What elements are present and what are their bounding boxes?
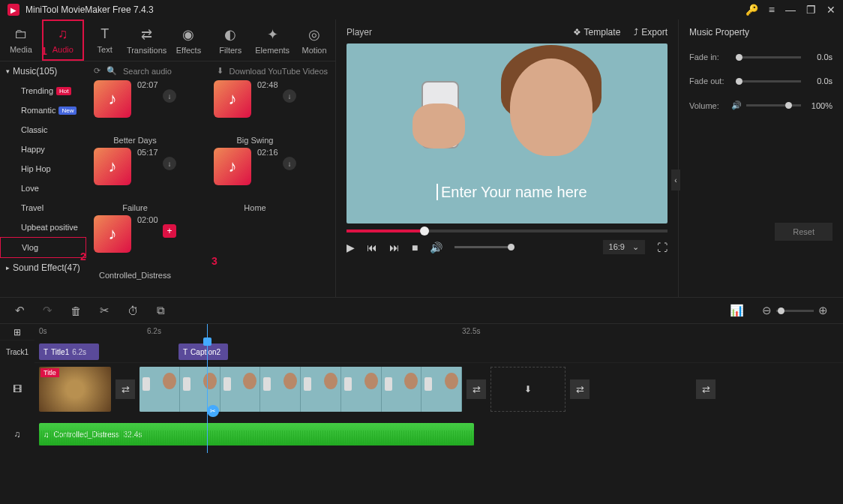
volume-prop-slider[interactable] — [746, 104, 801, 106]
delete-button[interactable]: 🗑 — [70, 304, 82, 317]
volume-icon[interactable]: 🔊 — [430, 242, 442, 254]
text-track[interactable]: TTitle16.2s TCaption2 — [34, 340, 843, 363]
sidebar-sound-header[interactable]: ▸Sound Effect(47) — [0, 258, 86, 278]
clip-placeholder[interactable]: ⬇ — [490, 367, 566, 412]
collapse-button[interactable]: ‹ — [671, 170, 680, 190]
chevron-down-icon: ⌄ — [632, 242, 639, 252]
sidebar-item-classic[interactable]: Classic — [0, 120, 86, 140]
audio-card[interactable]: ♪02:00+ Controlled_Distress — [94, 215, 176, 280]
export-button[interactable]: ⤴Export — [634, 27, 668, 38]
timeline-ruler[interactable]: 0s 6.2s 32.5s — [34, 324, 843, 340]
tab-motion[interactable]: ◎Motion — [293, 20, 335, 61]
video-track[interactable]: Title ⇄ ⇄ ⬇ ⇄ ⇄ ✂ — [34, 363, 843, 416]
speaker-icon[interactable]: 🔊 — [731, 100, 742, 110]
refresh-icon[interactable]: ⟳ — [94, 66, 100, 76]
fade-out-label: Fade out: — [689, 76, 731, 86]
tab-transitions[interactable]: ⇄Transitions — [126, 20, 168, 61]
crop-button[interactable]: ⧉ — [157, 304, 165, 317]
tab-effects[interactable]: ◉Effects — [168, 20, 210, 61]
zoom-out-button[interactable]: ⊖ — [762, 304, 772, 317]
zoom-in-button[interactable]: ⊕ — [818, 304, 828, 317]
audio-track[interactable]: ♫Controlled_Distress32.4s — [34, 416, 843, 453]
title-video-clip[interactable]: Title — [39, 367, 111, 412]
volume-slider[interactable] — [454, 246, 514, 248]
music-thumb-icon: ♪ — [94, 148, 131, 185]
fullscreen-button[interactable]: ⛶ — [657, 242, 668, 254]
key-icon[interactable]: 🔑 — [746, 4, 758, 16]
tab-media[interactable]: 🗀Media — [0, 20, 42, 61]
main-video-clip[interactable] — [140, 367, 462, 412]
prev-button[interactable]: ⏮ — [367, 242, 377, 254]
video-track-icon: 🎞 — [0, 363, 34, 416]
download-button[interactable]: ↓ — [283, 157, 296, 170]
audio-card[interactable]: ♪05:17↓ Failure — [94, 148, 176, 212]
search-icon: 🔍 — [106, 66, 117, 76]
music-thumb-icon: ♪ — [94, 80, 131, 118]
tab-text[interactable]: TText — [84, 20, 126, 61]
filters-icon: ◐ — [224, 26, 236, 43]
transition-slot[interactable]: ⇄ — [570, 380, 590, 399]
download-icon: ⬇ — [217, 66, 224, 76]
zoom-slider[interactable] — [776, 310, 814, 312]
minimize-button[interactable]: — — [785, 4, 796, 16]
download-button[interactable]: ↓ — [283, 89, 296, 103]
cut-button[interactable]: ✂ — [100, 304, 110, 317]
maximize-button[interactable]: ❐ — [806, 4, 816, 16]
sidebar-item-vlog[interactable]: Vlog — [0, 237, 86, 258]
fade-out-slider[interactable] — [736, 80, 801, 82]
tab-elements[interactable]: ✦Elements — [251, 20, 293, 61]
reset-button[interactable]: Reset — [775, 223, 832, 241]
transition-slot[interactable]: ⇄ — [116, 380, 135, 399]
audio-toggle-icon[interactable]: 📊 — [730, 304, 744, 317]
sidebar-item-romantic[interactable]: RomanticNew — [0, 100, 86, 120]
titlebar: ▶ MiniTool MovieMaker Free 7.4.3 🔑 ≡ — ❐… — [0, 0, 843, 20]
add-track-button[interactable]: ⊞ — [0, 324, 34, 340]
motion-icon: ◎ — [308, 26, 320, 43]
close-button[interactable]: ✕ — [826, 4, 836, 16]
download-button[interactable]: ↓ — [163, 157, 176, 170]
download-button[interactable]: ↓ — [163, 89, 176, 103]
music-thumb-icon: ♪ — [214, 80, 251, 118]
sidebar-item-upbeat[interactable]: Upbeat positive — [0, 218, 86, 237]
playhead[interactable] — [207, 324, 208, 453]
sidebar-music-header[interactable]: ▾Music(105) — [0, 62, 86, 81]
add-button[interactable]: + — [163, 224, 176, 238]
music-thumb-icon: ♪ — [214, 148, 251, 185]
menu-icon[interactable]: ≡ — [769, 4, 775, 16]
play-button[interactable]: ▶ — [346, 242, 355, 254]
transitions-icon: ⇄ — [141, 26, 152, 43]
aspect-ratio-select[interactable]: 16:9⌄ — [603, 240, 645, 254]
music-icon: ♫ — [58, 26, 68, 42]
transition-slot[interactable]: ⇄ — [466, 380, 486, 399]
caption-clip[interactable]: TCaption2 — [178, 344, 228, 360]
tab-filters[interactable]: ◐Filters — [209, 20, 251, 61]
template-button[interactable]: ❖Template — [573, 27, 621, 38]
progress-bar[interactable] — [346, 230, 668, 232]
fade-in-label: Fade in: — [689, 52, 731, 62]
speed-button[interactable]: ⏱ — [128, 304, 139, 317]
video-preview[interactable]: Enter Your name here — [346, 44, 668, 224]
audio-clip[interactable]: ♫Controlled_Distress32.4s — [39, 423, 474, 446]
badge-hot: Hot — [56, 87, 71, 95]
sidebar-item-happy[interactable]: Happy — [0, 140, 86, 159]
sidebar-item-travel[interactable]: Travel — [0, 198, 86, 218]
next-button[interactable]: ⏭ — [389, 242, 400, 254]
audio-track-icon: ♫ — [0, 416, 34, 453]
search-input[interactable]: Search audio — [123, 67, 211, 76]
stop-button[interactable]: ■ — [412, 242, 418, 254]
transition-slot[interactable]: ⇄ — [696, 380, 716, 399]
fade-in-slider[interactable] — [736, 56, 801, 58]
redo-button[interactable]: ↷ — [43, 304, 52, 317]
sidebar-item-hiphop[interactable]: Hip Hop — [0, 159, 86, 178]
cut-marker[interactable]: ✂ — [207, 405, 219, 417]
title-clip[interactable]: TTitle16.2s — [39, 344, 99, 360]
audio-card[interactable]: ♪02:07↓ Better Days — [94, 80, 176, 145]
sidebar-item-love[interactable]: Love — [0, 178, 86, 198]
undo-button[interactable]: ↶ — [15, 304, 25, 317]
audio-card[interactable]: ♪02:48↓ Big Swing — [214, 80, 296, 145]
audio-card[interactable]: ♪02:16↓ Home — [214, 148, 296, 212]
tab-audio[interactable]: ♫Audio — [42, 20, 84, 61]
youtube-link[interactable]: Download YouTube Videos — [230, 67, 328, 76]
sidebar-item-trending[interactable]: TrendingHot — [0, 81, 86, 100]
elements-icon: ✦ — [267, 26, 278, 43]
